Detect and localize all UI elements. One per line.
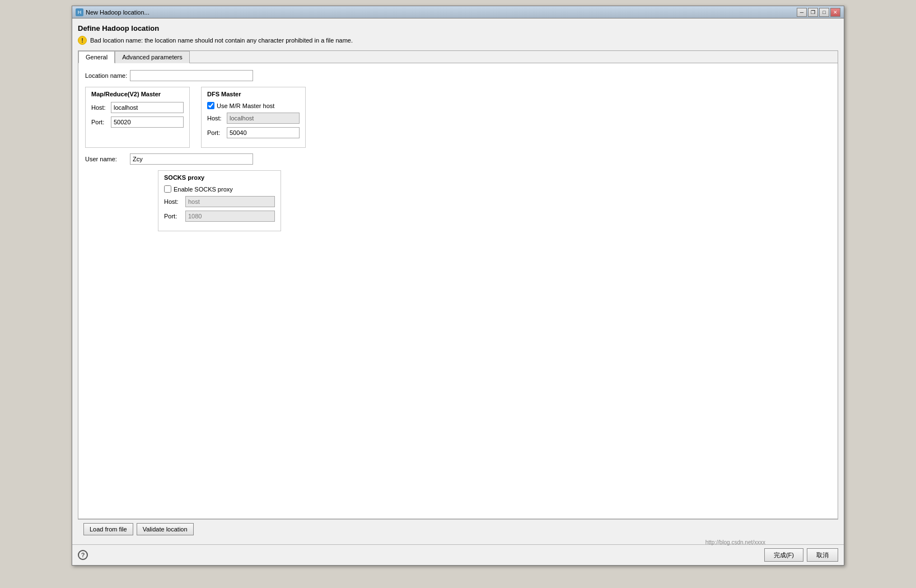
dfs-master-title: DFS Master xyxy=(207,91,300,97)
master-sections: Map/Reduce(V2) Master Host: Port: DFS Ma… xyxy=(85,87,831,148)
socks-port-input[interactable] xyxy=(185,211,275,222)
tab-advanced[interactable]: Advanced parameters xyxy=(115,51,190,63)
dfs-port-input[interactable] xyxy=(227,127,300,138)
window-controls: ─ ❐ □ ✕ xyxy=(797,8,840,17)
dfs-master-box: DFS Master Use M/R Master host Host: Por… xyxy=(201,87,306,148)
window-icon: H xyxy=(76,8,83,16)
dialog-title: Define Hadoop location xyxy=(78,24,838,32)
footer-right: 完成(F) 取消 xyxy=(764,548,838,562)
warning-bar: ! Bad location name: the location name s… xyxy=(78,36,838,45)
window-title: New Hadoop location... xyxy=(86,9,149,16)
dfs-port-label: Port: xyxy=(207,129,227,136)
username-label: User name: xyxy=(85,156,130,162)
watermark: http://blog.csdn.net/xxxx xyxy=(705,539,765,545)
socks-proxy-box: SOCKS proxy Enable SOCKS proxy Host: Por… xyxy=(158,170,281,231)
use-mr-master-checkbox[interactable] xyxy=(207,102,214,109)
restore-button[interactable]: ❐ xyxy=(808,8,818,17)
cancel-button[interactable]: 取消 xyxy=(807,548,838,562)
socks-port-row: Port: xyxy=(164,211,275,222)
socks-host-label: Host: xyxy=(164,198,185,205)
validate-location-button[interactable]: Validate location xyxy=(137,523,194,535)
location-name-row: Location name: xyxy=(85,70,831,81)
socks-proxy-title: SOCKS proxy xyxy=(164,174,275,181)
load-from-file-button[interactable]: Load from file xyxy=(83,523,133,535)
finish-button[interactable]: 完成(F) xyxy=(764,548,803,562)
footer-bar: ? 完成(F) 取消 xyxy=(72,544,844,565)
location-name-input[interactable] xyxy=(130,70,253,81)
content-area: Define Hadoop location ! Bad location na… xyxy=(72,18,844,544)
mapreduce-master-box: Map/Reduce(V2) Master Host: Port: xyxy=(85,87,190,148)
mapreduce-host-input[interactable] xyxy=(111,102,184,113)
dfs-host-label: Host: xyxy=(207,115,227,122)
mapreduce-port-row: Port: xyxy=(91,116,184,128)
titlebar: H New Hadoop location... ─ ❐ □ ✕ xyxy=(72,6,844,18)
enable-socks-label: Enable SOCKS proxy xyxy=(174,186,233,193)
bottom-bar: Load from file Validate location xyxy=(78,519,838,539)
minimize-button[interactable]: ─ xyxy=(797,8,807,17)
location-name-label: Location name: xyxy=(85,72,130,79)
dfs-host-input[interactable] xyxy=(227,113,300,124)
dfs-host-row: Host: xyxy=(207,113,300,124)
use-mr-master-row: Use M/R Master host xyxy=(207,102,300,109)
username-input[interactable] xyxy=(130,153,253,165)
dfs-port-row: Port: xyxy=(207,127,300,138)
tabs-container: General Advanced parameters Location nam… xyxy=(78,50,838,519)
enable-socks-row: Enable SOCKS proxy xyxy=(164,185,275,193)
username-row: User name: xyxy=(85,153,831,165)
tab-general[interactable]: General xyxy=(78,51,115,63)
socks-host-input[interactable] xyxy=(185,196,275,207)
mapreduce-host-label: Host: xyxy=(91,104,111,111)
maximize-button[interactable]: □ xyxy=(819,8,829,17)
mapreduce-port-label: Port: xyxy=(91,119,111,125)
help-icon[interactable]: ? xyxy=(78,550,88,560)
use-mr-master-label: Use M/R Master host xyxy=(217,102,274,109)
mapreduce-port-input[interactable] xyxy=(111,116,184,128)
warning-icon: ! xyxy=(78,36,87,45)
mapreduce-host-row: Host: xyxy=(91,102,184,113)
warning-text: Bad location name: the location name sho… xyxy=(90,37,353,44)
mapreduce-master-title: Map/Reduce(V2) Master xyxy=(91,91,184,97)
close-button[interactable]: ✕ xyxy=(830,8,840,17)
enable-socks-checkbox[interactable] xyxy=(164,185,171,193)
tab-bar: General Advanced parameters xyxy=(78,51,838,63)
socks-host-row: Host: xyxy=(164,196,275,207)
tab-general-content: Location name: Map/Reduce(V2) Master Hos… xyxy=(78,63,838,519)
socks-port-label: Port: xyxy=(164,213,185,220)
